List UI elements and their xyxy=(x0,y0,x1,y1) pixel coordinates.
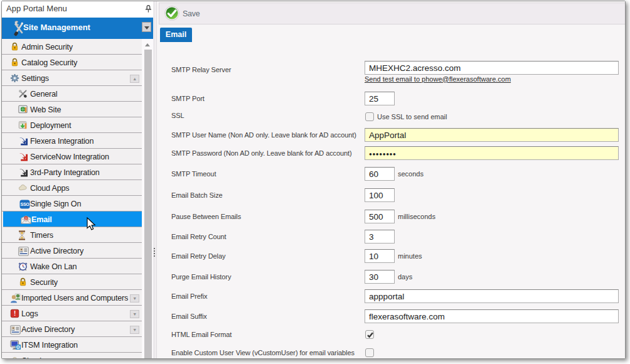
svg-text:@: @ xyxy=(24,217,28,220)
svg-text:!: ! xyxy=(14,310,16,317)
svg-text:SSO: SSO xyxy=(20,202,29,206)
